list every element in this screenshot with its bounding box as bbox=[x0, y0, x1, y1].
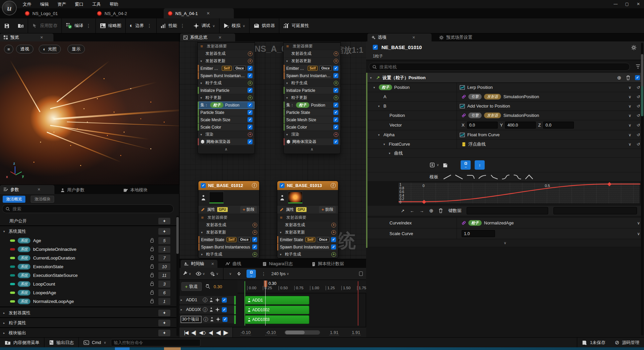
tab-niagara-log[interactable]: Niagara日志 bbox=[259, 260, 296, 268]
close-tab-icon[interactable]: ✕ bbox=[206, 11, 210, 16]
add-module-icon[interactable]: + bbox=[331, 230, 336, 235]
module-label[interactable]: Emitter State bbox=[200, 66, 220, 71]
close-tab-icon[interactable]: ✕ bbox=[37, 187, 40, 192]
maximize-button[interactable]: ▢ bbox=[621, 0, 633, 8]
dropdown-icon[interactable]: ∨ bbox=[637, 231, 640, 236]
timeline-ruler[interactable]: 0.00 0.25 0.50 0.75 1.00 1.25 1.50 1.75 bbox=[237, 280, 366, 293]
track-name-editing[interactable]: 30个项目 bbox=[181, 316, 201, 323]
module-label[interactable]: Scale Color bbox=[286, 125, 332, 130]
collapse-arrow-icon[interactable]: ▾ bbox=[200, 96, 204, 100]
section-bar-add1[interactable]: ADD1 bbox=[245, 296, 309, 305]
add-key-icon[interactable]: ⊕ bbox=[429, 208, 434, 214]
dropdown-icon[interactable]: ∨ bbox=[628, 104, 631, 109]
vector-y-input[interactable] bbox=[505, 122, 536, 129]
template-elbow-icon[interactable] bbox=[490, 174, 498, 180]
view-start-value[interactable]: -0.10 bbox=[265, 330, 277, 335]
previous-key-icon[interactable]: ← bbox=[410, 208, 414, 213]
property-row-curve-index[interactable]: CurveIndex 粒子 NormalizedAge ∨ bbox=[367, 218, 643, 228]
template-linear-down-icon[interactable] bbox=[455, 174, 463, 180]
curve-plot[interactable]: 1 0.8 0.6 0.4 0.2 0 0 0.5 bbox=[398, 182, 640, 204]
module-label[interactable]: Initialize Particle bbox=[200, 88, 246, 93]
enabled-checkbox[interactable]: ✓ bbox=[331, 244, 336, 249]
module-label[interactable]: Emitter State bbox=[280, 237, 304, 242]
expand-arrow-icon[interactable]: ▸ bbox=[3, 331, 7, 335]
collapse-arrow-icon[interactable]: ▾ bbox=[286, 59, 290, 63]
emitter-enabled-checkbox[interactable]: ✓ bbox=[373, 45, 378, 50]
tab-script-stats[interactable]: 脚本统计数据 bbox=[308, 260, 347, 268]
apply-scratch-button[interactable]: 应用暂存 bbox=[28, 18, 61, 33]
enabled-checkbox[interactable]: ✓ bbox=[333, 66, 338, 71]
expand-arrow-icon[interactable]: ▸ bbox=[3, 321, 7, 325]
enabled-checkbox[interactable]: ✓ bbox=[252, 244, 257, 249]
template-ease-out-icon[interactable] bbox=[478, 174, 487, 180]
collapse-arrow-icon[interactable]: ▾ bbox=[286, 133, 290, 136]
module-label[interactable]: Emitter State bbox=[201, 237, 225, 242]
track-enabled-checkbox[interactable]: ✓ bbox=[222, 317, 227, 322]
reset-icon[interactable]: ↺ bbox=[637, 95, 640, 99]
set-position-row-selected[interactable]: 集：粒子Position✓ bbox=[198, 102, 255, 109]
viewport-menu-button[interactable]: ≡ bbox=[4, 45, 13, 53]
timeline-view-button[interactable]: ∨ bbox=[196, 272, 205, 276]
stack-group-label[interactable]: 发射器生成 bbox=[291, 51, 332, 56]
emitter-node-ne-base-01013[interactable]: ✓NE_BASE_01013i 属性 GPU +阶段 ≡发射器摘要 发射器生成+… bbox=[277, 181, 338, 258]
play-button[interactable]: ▶ bbox=[223, 329, 228, 336]
stack-group-label[interactable]: 渲染 bbox=[205, 132, 246, 137]
tab-local-modules[interactable]: 本地模块 bbox=[120, 186, 151, 194]
property-row-floatcurve[interactable]: ▾FloatCurve 浮点曲线 ∨↺ bbox=[367, 140, 643, 149]
stack-group-label[interactable]: 发射器生成 bbox=[285, 222, 330, 228]
performance-button[interactable]: 性能 ⋮ bbox=[157, 18, 189, 33]
add-module-icon[interactable]: + bbox=[331, 252, 336, 257]
group-system-attributes[interactable]: ▾ 系统属性 + bbox=[0, 227, 176, 236]
tab-ns-logo-01[interactable]: NS_Logo_01 bbox=[21, 8, 62, 18]
scrollbar[interactable] bbox=[641, 43, 643, 335]
stack-search[interactable] bbox=[369, 63, 630, 71]
add-parameter-button[interactable]: + bbox=[158, 310, 170, 316]
key-time-input[interactable] bbox=[467, 207, 548, 214]
curve-import-button[interactable]: ∨ bbox=[430, 162, 439, 168]
collapse-node-button[interactable]: ∧ bbox=[198, 146, 255, 154]
enabled-checkbox[interactable]: ✓ bbox=[333, 139, 338, 144]
burst-icon[interactable] bbox=[215, 298, 220, 302]
scrollbar[interactable] bbox=[176, 216, 179, 336]
add-parameter-button[interactable]: + bbox=[158, 320, 170, 326]
collapse-arrow-icon[interactable]: ▾ bbox=[378, 133, 381, 137]
group-user-exposed[interactable]: 用户公开 + bbox=[0, 217, 176, 225]
add-module-icon[interactable]: + bbox=[334, 96, 338, 100]
stack-group-label[interactable]: 粒子更新 bbox=[205, 95, 246, 101]
filter-icon[interactable] bbox=[635, 64, 641, 69]
track-row-30-items[interactable]: 30个项目 i ✓ bbox=[179, 315, 234, 324]
add-module-icon[interactable]: + bbox=[248, 81, 253, 85]
property-row-position[interactable]: ▾ 粒子 Position Lerp Position ∨↺ bbox=[367, 83, 643, 92]
stack-group-label[interactable]: 发射器更新 bbox=[205, 58, 246, 64]
parameter-row[interactable]: 系统 LoopedAge 6 bbox=[0, 288, 176, 297]
baker-button[interactable]: 烘焙器 bbox=[250, 18, 279, 33]
module-label[interactable]: Initialize Particle bbox=[286, 88, 332, 93]
module-label[interactable]: Particle State bbox=[200, 110, 246, 115]
module-label[interactable]: Position bbox=[311, 103, 332, 108]
collapse-arrow-icon[interactable]: ▾ bbox=[370, 76, 373, 79]
close-tab-icon[interactable]: ✕ bbox=[218, 35, 221, 40]
active-modules-button[interactable]: 激活模块 bbox=[31, 196, 54, 203]
module-header-set-position[interactable]: ▾ ↗ 设置（粒子）Position ⊕ ✓ bbox=[367, 73, 643, 83]
enabled-checkbox[interactable]: ✓ bbox=[333, 88, 338, 93]
parameters-search[interactable] bbox=[2, 204, 174, 213]
viewport-canvas[interactable]: ≡ 透视 ◐光照 显示 z x y bbox=[0, 41, 179, 185]
tab-parameters[interactable]: 参数 ✕ bbox=[0, 185, 54, 194]
perspective-button[interactable]: 透视 bbox=[16, 45, 33, 53]
add-parameter-icon[interactable]: ⊕ bbox=[617, 75, 621, 81]
stack-group-label[interactable]: 渲染 bbox=[291, 132, 332, 137]
add-module-icon[interactable]: + bbox=[253, 223, 257, 227]
bounds-options-icon[interactable]: ⋮ bbox=[146, 23, 152, 28]
add-renderer-icon[interactable]: + bbox=[334, 132, 338, 137]
tab-ns-a-04-1[interactable]: NS_A_04-1 ✕ bbox=[164, 8, 234, 18]
snap-options-icon[interactable]: ⋮ bbox=[261, 271, 267, 277]
track-row-add1[interactable]: ▸ ADD1 i ✓ bbox=[179, 296, 234, 305]
stack-row-label[interactable]: 发射器摘要 bbox=[207, 215, 257, 220]
simulate-button[interactable]: 模拟 ∨ bbox=[219, 18, 249, 33]
delete-icon[interactable] bbox=[626, 75, 630, 80]
stack-row-label[interactable]: 发射器摘要 bbox=[286, 215, 336, 220]
add-parameter-button[interactable]: + bbox=[158, 228, 170, 235]
info-icon[interactable]: i bbox=[331, 183, 336, 188]
property-row-a[interactable]: A 引擎 发射器 SimulationPosition ∨↺ bbox=[367, 92, 643, 102]
enabled-checkbox[interactable]: ✓ bbox=[248, 73, 253, 78]
